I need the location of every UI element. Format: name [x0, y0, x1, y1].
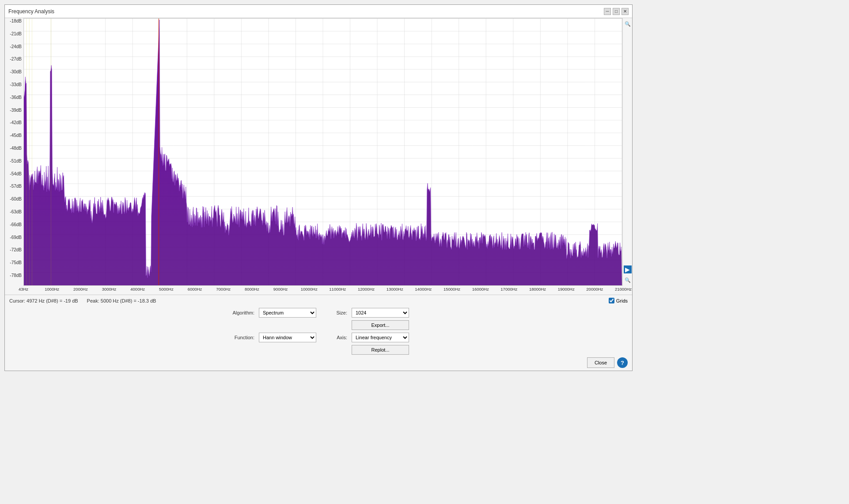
- x-label: 10000Hz: [301, 287, 318, 292]
- x-label: 7000Hz: [216, 287, 231, 292]
- x-label: 3000Hz: [102, 287, 117, 292]
- window-title: Frequency Analysis: [8, 8, 54, 15]
- y-label: -33dB: [6, 83, 22, 87]
- x-label: 2000Hz: [73, 287, 88, 292]
- right-panel: 🔍 ▶ 🔍: [622, 18, 632, 286]
- y-label: -18dB: [6, 19, 22, 23]
- y-label: -27dB: [6, 57, 22, 61]
- x-label: 1000Hz: [45, 287, 59, 292]
- y-label: -39dB: [6, 108, 22, 113]
- x-label: 19000Hz: [558, 287, 575, 292]
- window-controls: ─ □ ✕: [604, 8, 629, 15]
- help-button[interactable]: ?: [617, 357, 628, 368]
- y-label: -36dB: [6, 95, 22, 100]
- title-bar: Frequency Analysis ─ □ ✕: [5, 5, 632, 18]
- x-label: 5000Hz: [159, 287, 174, 292]
- y-label: -45dB: [6, 133, 22, 138]
- y-label: -24dB: [6, 45, 22, 49]
- y-label: -72dB: [6, 248, 22, 252]
- grids-label[interactable]: Grids: [609, 298, 628, 303]
- cursor-info: Cursor: 4972 Hz (D#8) = -19 dB: [9, 298, 78, 303]
- x-label: 17000Hz: [500, 287, 517, 292]
- size-select[interactable]: 1024: [352, 308, 409, 318]
- navigate-button[interactable]: ▶: [624, 265, 632, 273]
- x-label: 20000Hz: [586, 287, 603, 292]
- x-labels: 43Hz1000Hz2000Hz3000Hz4000Hz5000Hz6000Hz…: [23, 286, 623, 295]
- x-label: 18000Hz: [529, 287, 546, 292]
- close-window-button[interactable]: ✕: [622, 8, 629, 15]
- x-label: 6000Hz: [188, 287, 202, 292]
- y-label: -42dB: [6, 121, 22, 125]
- maximize-button[interactable]: □: [613, 8, 620, 15]
- y-label: -51dB: [6, 159, 22, 163]
- axis-label: Axis:: [321, 335, 347, 340]
- x-label: 16000Hz: [472, 287, 489, 292]
- grids-control: Grids: [609, 298, 628, 303]
- function-select[interactable]: Hann window: [259, 333, 316, 342]
- y-label: -63dB: [6, 210, 22, 214]
- x-label: 11000Hz: [329, 287, 346, 292]
- x-label: 14000Hz: [415, 287, 432, 292]
- x-label: 8000Hz: [245, 287, 259, 292]
- zoom-in-button[interactable]: 🔍: [624, 20, 632, 28]
- x-label: 15000Hz: [443, 287, 460, 292]
- minimize-button[interactable]: ─: [604, 8, 611, 15]
- frequency-analysis-window: Frequency Analysis ─ □ ✕ -18dB-21dB-24dB…: [4, 4, 633, 371]
- x-label: 4000Hz: [130, 287, 145, 292]
- y-label: -21dB: [6, 32, 22, 36]
- zoom-button-2[interactable]: 🔍: [624, 276, 632, 284]
- y-label: -57dB: [6, 184, 22, 189]
- controls-grid: Algorithm: Spectrum Size: 1024 Export...…: [228, 308, 409, 355]
- y-label: -48dB: [6, 146, 22, 151]
- bottom-bar: Close ?: [5, 355, 632, 371]
- y-label: -66dB: [6, 223, 22, 227]
- y-label: -69dB: [6, 235, 22, 240]
- y-label: -75dB: [6, 261, 22, 265]
- x-label: 21000Hz: [615, 287, 632, 292]
- algorithm-select[interactable]: Spectrum: [259, 308, 316, 318]
- algorithm-label: Algorithm:: [228, 310, 254, 315]
- peak-info: Peak: 5000 Hz (D#8) = -18.3 dB: [87, 298, 156, 303]
- y-axis: -18dB-21dB-24dB-27dB-30dB-33dB-36dB-39dB…: [5, 18, 23, 286]
- replot-button[interactable]: Replot...: [352, 345, 409, 355]
- close-button[interactable]: Close: [587, 357, 614, 368]
- y-label: -54dB: [6, 172, 22, 176]
- x-axis: 43Hz1000Hz2000Hz3000Hz4000Hz5000Hz6000Hz…: [5, 286, 632, 295]
- x-label: 13000Hz: [387, 287, 403, 292]
- chart-area: -18dB-21dB-24dB-27dB-30dB-33dB-36dB-39dB…: [5, 18, 632, 286]
- size-label: Size:: [321, 310, 347, 315]
- y-label: -30dB: [6, 70, 22, 74]
- status-bar: Cursor: 4972 Hz (D#8) = -19 dB Peak: 500…: [5, 295, 632, 306]
- y-label: -78dB: [6, 273, 22, 278]
- spectrum-chart[interactable]: [23, 18, 622, 286]
- controls-panel: Algorithm: Spectrum Size: 1024 Export...…: [5, 306, 632, 355]
- y-label: -60dB: [6, 197, 22, 201]
- x-label: 9000Hz: [273, 287, 288, 292]
- grids-checkbox[interactable]: [609, 298, 614, 303]
- export-button[interactable]: Export...: [352, 320, 409, 330]
- function-label: Function:: [228, 335, 254, 340]
- axis-select[interactable]: Linear frequency: [352, 333, 409, 342]
- x-label: 12000Hz: [358, 287, 375, 292]
- x-label: 43Hz: [19, 287, 28, 292]
